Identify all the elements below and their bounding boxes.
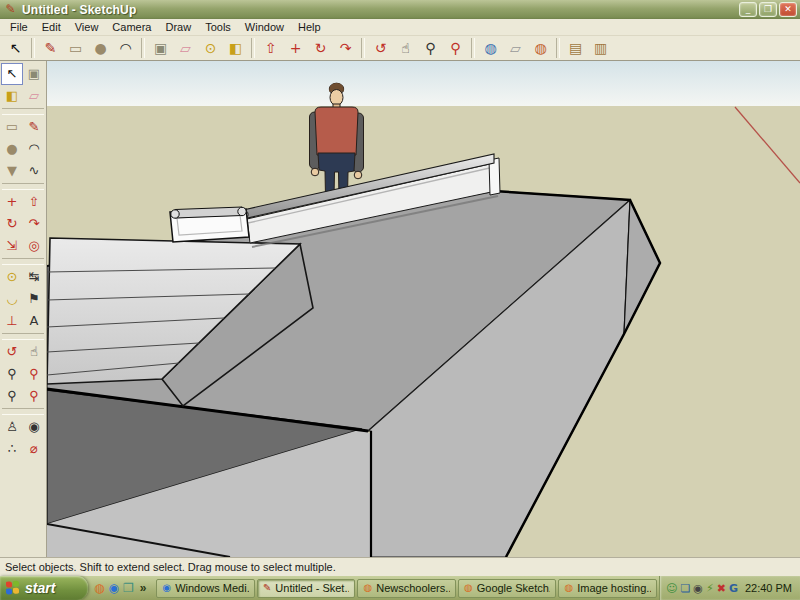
menu-help[interactable]: Help [291, 20, 328, 34]
push-pull-icon: ⇧ [265, 40, 277, 56]
taskbar-task-button[interactable]: ◍Newschoolers.... [357, 579, 456, 598]
follow-me-icon: ↷ [29, 216, 40, 231]
show-desktop-icon: ❐ [123, 581, 134, 595]
toolbar-make-component-button[interactable]: ▣ [148, 37, 173, 59]
palette-paint-bucket-button[interactable]: ◧ [1, 85, 23, 107]
person-left-hand [311, 168, 319, 176]
quicklaunch-overflow-chevron[interactable]: » [138, 581, 149, 595]
palette-make-component-button[interactable]: ▣ [23, 63, 45, 85]
get-models-icon: ▤ [569, 40, 582, 56]
toolbar-eraser-button[interactable]: ▱ [173, 37, 198, 59]
taskbar-task-button[interactable]: ◍Google Sketch... [458, 579, 557, 598]
palette-rotate-button[interactable]: ↻ [1, 213, 23, 235]
palette-dimension-button[interactable]: ↹ [23, 266, 45, 288]
palette-push-pull-button[interactable]: ⇧ [23, 191, 45, 213]
close-button[interactable]: ✕ [779, 2, 797, 17]
palette-look-around-button[interactable]: ◉ [23, 416, 45, 438]
zoom-previous-icon: ⚲ [29, 388, 39, 403]
task-app-icon: ◍ [564, 583, 573, 593]
task-label: Google Sketch... [477, 582, 551, 594]
tray-updates-icon[interactable]: ⚡ [706, 583, 714, 594]
toolbar-arc-button[interactable]: ◠ [113, 37, 138, 59]
toolbar-push-pull-button[interactable]: ⇧ [258, 37, 283, 59]
toolbar-share-models-button[interactable]: ▥ [588, 37, 613, 59]
palette-offset-button[interactable]: ◎ [23, 235, 45, 257]
toolbar-paint-bucket-button[interactable]: ◧ [223, 37, 248, 59]
toolbar-get-models-button[interactable]: ▤ [563, 37, 588, 59]
palette-section-plane-button[interactable]: ⌀ [23, 438, 45, 460]
title-bar[interactable]: ✎ Untitled - SketchUp _ ❐ ✕ [0, 0, 800, 19]
palette-pan-button[interactable]: ☝ [23, 341, 45, 363]
toolbar-rectangle-button[interactable]: ▭ [63, 37, 88, 59]
toolbar-rotate-button[interactable]: ↻ [308, 37, 333, 59]
palette-protractor-button[interactable]: ◡ [1, 288, 23, 310]
menu-window[interactable]: Window [238, 20, 291, 34]
toolbar-orbit-button[interactable]: ↺ [368, 37, 393, 59]
palette-position-camera-button[interactable]: ♙ [1, 416, 23, 438]
palette-rectangle-button[interactable]: ▭ [1, 116, 23, 138]
palette-move-button[interactable]: + [1, 191, 23, 213]
taskbar-clock: 22:40 PM [745, 582, 792, 594]
palette-tape-measure-button[interactable]: ⊙ [1, 266, 23, 288]
toolbar-select-button[interactable]: ↖ [3, 37, 28, 59]
palette-arc-button[interactable]: ◠ [23, 138, 45, 160]
quicklaunch-firefox-icon[interactable]: ◍ [94, 582, 104, 594]
toolbar-follow-me-button[interactable]: ↷ [333, 37, 358, 59]
palette-select-button[interactable]: ↖ [1, 63, 23, 85]
menu-file[interactable]: File [3, 20, 35, 34]
taskbar-task-button[interactable]: ◉Windows Medi... [156, 579, 255, 598]
eraser-icon: ▱ [180, 40, 191, 56]
menu-bar: FileEditViewCameraDrawToolsWindowHelp [0, 19, 800, 35]
palette-zoom-previous-button[interactable]: ⚲ [23, 385, 45, 407]
toolbar-tape-measure-button[interactable]: ⊙ [198, 37, 223, 59]
minimize-button[interactable]: _ [739, 2, 757, 17]
palette-text-button[interactable]: ⚑ [23, 288, 45, 310]
toolbar-zoom-button[interactable]: ⚲ [418, 37, 443, 59]
palette-eraser-button[interactable]: ▱ [23, 85, 45, 107]
tray-g-app-icon[interactable]: G [729, 583, 738, 594]
palette-scale-button[interactable]: ⇲ [1, 235, 23, 257]
palette-circle-button[interactable]: ● [1, 138, 23, 160]
palette-freehand-button[interactable]: ∿ [23, 160, 45, 182]
toolbar-get-current-view-button[interactable]: ◍ [478, 37, 503, 59]
palette-polygon-button[interactable]: ▼ [1, 160, 23, 182]
menu-camera[interactable]: Camera [105, 20, 158, 34]
toolbar-share-model-button[interactable]: ◍ [528, 37, 553, 59]
menu-tools[interactable]: Tools [198, 20, 238, 34]
palette-zoom-window-button[interactable]: ⚲ [23, 363, 45, 385]
tray-messenger-icon[interactable]: ☺ [666, 583, 677, 594]
toolbar-circle-button[interactable]: ● [88, 37, 113, 59]
palette-orbit-button[interactable]: ↺ [1, 341, 23, 363]
menu-draw[interactable]: Draw [158, 20, 198, 34]
toolbar-line-button[interactable]: ✎ [38, 37, 63, 59]
palette-line-button[interactable]: ✎ [23, 116, 45, 138]
toolbar-toggle-terrain-button[interactable]: ▱ [503, 37, 528, 59]
toolbar-move-button[interactable]: + [283, 37, 308, 59]
toolbar-pan-button[interactable]: ☝ [393, 37, 418, 59]
menu-edit[interactable]: Edit [35, 20, 68, 34]
offset-icon: ◎ [28, 238, 39, 253]
menu-view[interactable]: View [68, 20, 106, 34]
restore-button[interactable]: ❐ [759, 2, 777, 17]
look-around-icon: ◉ [28, 419, 39, 434]
tray-volume-icon[interactable]: ◉ [693, 583, 703, 594]
palette-zoom-button[interactable]: ⚲ [1, 363, 23, 385]
tray-antivirus-icon[interactable]: ✖ [717, 583, 726, 594]
windows-flag-icon [6, 580, 20, 595]
toolbar-zoom-extents-button[interactable]: ⚲ [443, 37, 468, 59]
palette-3d-text-button[interactable]: A [23, 310, 45, 332]
taskbar-task-button[interactable]: ✎Untitled - Sket... [257, 579, 356, 598]
tray-network-icon[interactable]: ❏ [680, 583, 690, 594]
quicklaunch-show-desktop-icon[interactable]: ❐ [123, 582, 134, 594]
palette-follow-me-button[interactable]: ↷ [23, 213, 45, 235]
line-icon: ✎ [45, 40, 57, 56]
viewport-canvas[interactable] [47, 61, 800, 557]
taskbar-task-button[interactable]: ◍Image hosting... [558, 579, 657, 598]
circle-icon: ● [94, 40, 106, 56]
palette-walk-button[interactable]: ∴ [1, 438, 23, 460]
palette-zoom-extents-button[interactable]: ⚲ [1, 385, 23, 407]
quicklaunch-media-player-icon[interactable]: ◉ [108, 582, 118, 594]
palette-axes-button[interactable]: ⊥ [1, 310, 23, 332]
start-button[interactable]: start [0, 576, 88, 600]
arc-icon: ◠ [119, 40, 131, 56]
